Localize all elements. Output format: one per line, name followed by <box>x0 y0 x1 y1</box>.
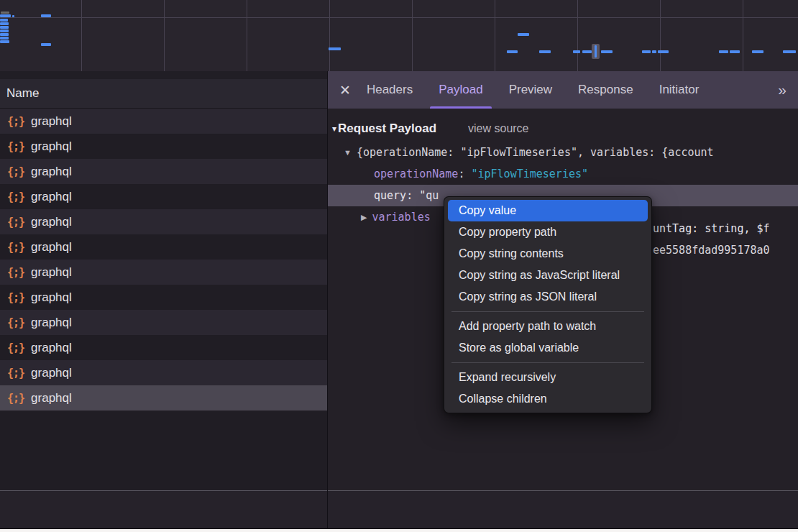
payload-root-preview: {operationName: "ipFlowTimeseries", vari… <box>357 146 714 159</box>
network-request-bar <box>507 50 518 53</box>
network-request-bar <box>658 50 669 53</box>
context-menu-item-add-property-path-to-watch[interactable]: Add property path to watch <box>444 316 651 337</box>
context-menu-item-copy-string-as-javascript-literal[interactable]: Copy string as JavaScript literal <box>444 265 651 286</box>
request-name: graphql <box>31 265 72 280</box>
network-request-bar <box>652 50 656 53</box>
payload-root-row[interactable]: ▼{operationName: "ipFlowTimeseries", var… <box>328 142 798 163</box>
network-request-row[interactable]: {;}graphql <box>0 285 327 310</box>
context-menu-item-copy-property-path[interactable]: Copy property path <box>444 221 651 243</box>
request-name: graphql <box>31 366 72 380</box>
property-value: "ipFlowTimeseries" <box>471 168 588 180</box>
json-request-icon: {;} <box>7 266 24 279</box>
network-request-bar <box>642 50 651 53</box>
more-tabs-icon[interactable]: » <box>774 81 798 98</box>
query-row-text: query: "qu <box>374 189 439 202</box>
network-request-row[interactable]: {;}graphql <box>0 335 327 360</box>
json-request-icon: {;} <box>7 341 24 354</box>
request-name: graphql <box>31 290 72 305</box>
network-request-bar <box>12 15 14 17</box>
request-payload-section[interactable]: ▾ Request Payload view source <box>328 116 798 142</box>
close-icon[interactable]: ✕ <box>328 82 361 98</box>
network-request-bar <box>41 14 51 17</box>
overview-gridline <box>329 0 330 71</box>
json-request-icon: {;} <box>7 140 24 153</box>
network-request-row[interactable]: {;}graphql <box>0 360 327 385</box>
context-menu-item-store-as-global-variable[interactable]: Store as global variable <box>444 337 651 359</box>
network-request-bar <box>518 33 529 36</box>
overview-gridline <box>495 0 495 71</box>
network-request-row[interactable]: {;}graphql <box>0 109 327 134</box>
collapsed-triangle-icon[interactable]: ▶ <box>361 213 367 222</box>
network-request-row[interactable]: {;}graphql <box>0 134 327 159</box>
network-request-bar <box>719 50 728 53</box>
request-name: graphql <box>31 190 72 204</box>
context-menu: Copy valueCopy property pathCopy string … <box>444 196 652 413</box>
network-request-bar <box>0 29 9 32</box>
network-request-bar <box>783 50 796 53</box>
json-request-icon: {;} <box>7 216 24 229</box>
context-menu-item-copy-string-as-json-literal[interactable]: Copy string as JSON literal <box>444 286 651 308</box>
colon: : <box>458 168 471 180</box>
variables-row-clipped-text: ee5588fdad995178a0 <box>653 244 770 257</box>
json-request-icon: {;} <box>7 367 24 380</box>
network-overview-timeline[interactable] <box>0 0 798 72</box>
overview-gridline <box>412 0 413 71</box>
tab-initiator[interactable]: Initiator <box>659 71 700 109</box>
operation-name-row[interactable]: operationName: "ipFlowTimeseries" <box>328 163 798 185</box>
overview-gridline <box>577 0 578 71</box>
request-name: graphql <box>31 391 72 405</box>
tab-payload[interactable]: Payload <box>439 71 482 109</box>
context-menu-item-copy-value[interactable]: Copy value <box>448 200 648 221</box>
property-key: variables <box>372 211 430 224</box>
overview-gridline <box>164 0 165 71</box>
overview-gridline <box>743 0 743 71</box>
context-menu-item-collapse-children[interactable]: Collapse children <box>444 388 651 410</box>
section-collapse-triangle-icon[interactable]: ▾ <box>332 124 336 134</box>
network-request-row[interactable]: {;}graphql <box>0 184 327 209</box>
request-name: graphql <box>31 215 72 229</box>
tab-preview[interactable]: Preview <box>509 71 552 109</box>
request-name: graphql <box>31 316 72 330</box>
network-request-bar <box>0 33 9 36</box>
network-request-bar <box>0 40 9 43</box>
page-background-strip <box>0 528 798 532</box>
network-request-row[interactable]: {;}graphql <box>0 385 327 411</box>
network-request-row[interactable]: {;}graphql <box>0 234 327 260</box>
json-request-icon: {;} <box>7 316 24 329</box>
requests-table: Name {;}graphql{;}graphql{;}graphql{;}gr… <box>0 79 327 490</box>
request-name: graphql <box>31 240 72 254</box>
name-column-header[interactable]: Name <box>0 79 327 109</box>
summary-bar <box>0 491 798 529</box>
request-name: graphql <box>31 341 72 355</box>
panel-resizer[interactable] <box>327 71 328 529</box>
network-request-bar <box>0 14 11 17</box>
network-request-bar <box>329 47 341 50</box>
devtools-network-panel: Name {;}graphql{;}graphql{;}graphql{;}gr… <box>0 0 798 532</box>
json-request-icon: {;} <box>7 165 24 178</box>
network-request-row[interactable]: {;}graphql <box>0 159 327 184</box>
context-menu-item-expand-recursively[interactable]: Expand recursively <box>444 367 651 388</box>
network-request-row[interactable]: {;}graphql <box>0 260 327 285</box>
request-name: graphql <box>31 165 72 179</box>
network-request-bar <box>0 37 9 40</box>
json-request-icon: {;} <box>7 191 24 203</box>
menu-separator <box>451 311 644 312</box>
hover-position-marker <box>592 44 600 59</box>
tab-headers[interactable]: Headers <box>367 71 413 109</box>
network-request-bar <box>0 22 9 25</box>
request-payload-title: Request Payload <box>338 121 436 136</box>
network-request-row[interactable]: {;}graphql <box>0 209 327 234</box>
network-request-bar <box>601 50 613 53</box>
summary-bar-divider <box>0 490 798 491</box>
context-menu-item-copy-string-contents[interactable]: Copy string contents <box>444 243 651 265</box>
tab-response[interactable]: Response <box>578 71 633 109</box>
json-request-icon: {;} <box>7 115 24 128</box>
expanded-triangle-icon[interactable]: ▼ <box>344 148 352 157</box>
menu-separator <box>451 362 644 363</box>
json-request-icon: {;} <box>7 241 24 254</box>
view-source-link[interactable]: view source <box>468 122 528 135</box>
network-request-bar <box>0 26 9 29</box>
network-request-bar <box>582 50 592 53</box>
network-request-row[interactable]: {;}graphql <box>0 310 327 335</box>
overview-gridline <box>81 0 82 71</box>
